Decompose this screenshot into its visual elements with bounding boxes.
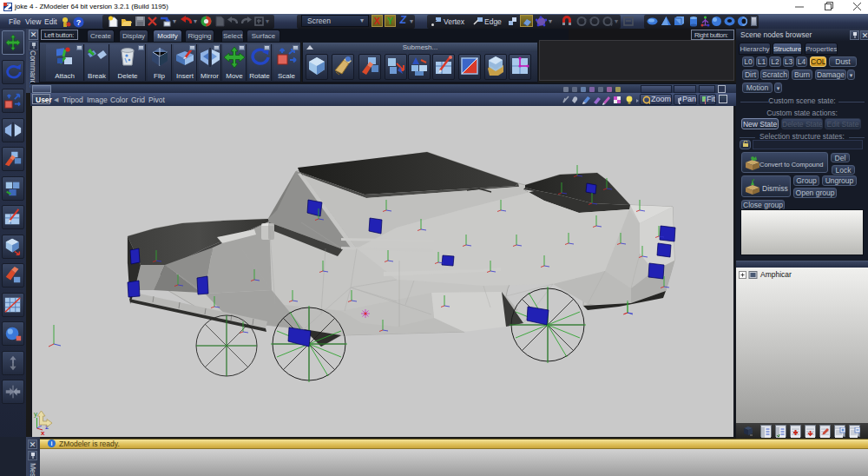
svg-text:?: ? — [76, 18, 82, 27]
svg-text:y: y — [34, 410, 37, 418]
